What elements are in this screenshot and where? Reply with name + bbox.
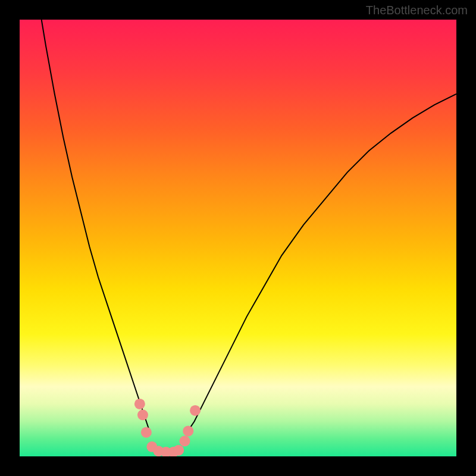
marker-dot (134, 399, 145, 409)
marker-dot (183, 425, 193, 436)
marker-dot (137, 409, 148, 420)
marker-group (134, 399, 201, 456)
watermark-text: TheBottleneck.com (366, 4, 468, 17)
marker-dot (173, 445, 184, 456)
markers-layer (20, 20, 456, 456)
marker-dot (190, 405, 201, 416)
marker-dot (141, 427, 152, 438)
marker-dot (179, 436, 190, 446)
